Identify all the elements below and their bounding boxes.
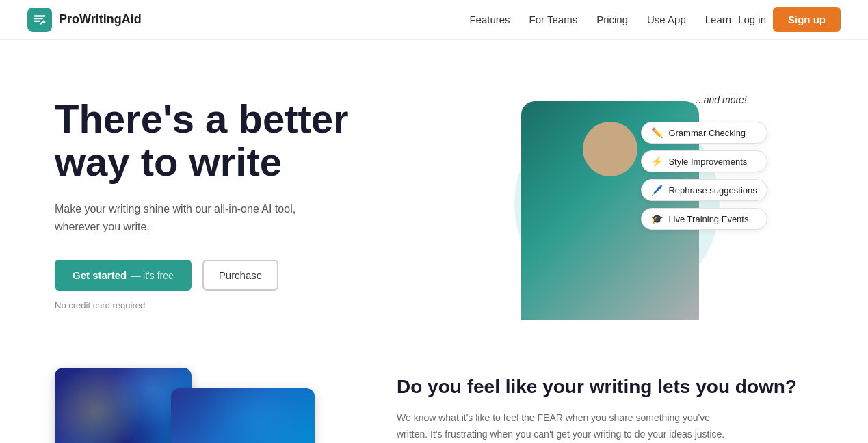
nav-links: Features For Teams Pricing Use App Learn [469, 14, 731, 26]
hero-subtitle: Make your writing shine with our all-in-… [55, 200, 342, 235]
hero-right: ...and more! ✦ ✏️ Grammar Checking ⚡ Sty… [434, 81, 814, 327]
bottom-left: My idea in my head [55, 368, 342, 443]
and-more-text: ...and more! [696, 94, 747, 105]
nav-use-app[interactable]: Use App [647, 14, 686, 25]
get-started-button[interactable]: Get started — it's free [55, 260, 192, 291]
bottom-body-text: We know what it's like to feel the FEAR … [397, 410, 725, 443]
pill-icon-2: 🖊️ [651, 185, 663, 196]
nav-pricing[interactable]: Pricing [596, 14, 628, 25]
bottom-right: Do you feel like your writing lets you d… [397, 368, 813, 443]
pill-icon-0: ✏️ [651, 127, 663, 138]
image-card-2: My idea in my head [171, 388, 315, 443]
pill-label-2: Rephrase suggestions [668, 185, 757, 196]
hero-buttons: Get started — it's free Purchase [55, 260, 434, 291]
pill-label-0: Grammar Checking [668, 128, 746, 138]
hero-left: There's a better way to write Make your … [55, 97, 434, 311]
feature-pill-2: 🖊️ Rephrase suggestions [641, 179, 767, 201]
no-credit-text: No credit card required [55, 300, 434, 310]
pill-icon-3: 🎓 [651, 213, 663, 224]
pill-icon-1: ⚡ [651, 156, 663, 167]
feature-pill-1: ⚡ Style Improvements [641, 150, 767, 172]
nav-for-teams[interactable]: For Teams [529, 14, 578, 25]
purchase-button[interactable]: Purchase [202, 260, 278, 291]
hero-title: There's a better way to write [55, 97, 434, 185]
logo-icon [27, 8, 52, 32]
bottom-heading: Do you feel like your writing lets you d… [397, 375, 813, 399]
hero-illustration: ...and more! ✦ ✏️ Grammar Checking ⚡ Sty… [480, 88, 767, 320]
login-button[interactable]: Log in [738, 14, 766, 25]
pill-label-3: Live Training Events [668, 214, 748, 224]
nav-features[interactable]: Features [469, 14, 510, 25]
feature-pill-0: ✏️ Grammar Checking [641, 122, 767, 144]
bottom-image-container: My idea in my head [55, 368, 315, 443]
feature-pills: ✏️ Grammar Checking ⚡ Style Improvements… [641, 122, 767, 230]
feature-pill-3: 🎓 Live Training Events [641, 208, 767, 230]
brand-name: ProWritingAid [59, 12, 142, 27]
bottom-section: My idea in my head Do you feel like your… [0, 354, 868, 443]
hero-section: There's a better way to write Make your … [0, 40, 868, 354]
nav-learn[interactable]: Learn [705, 14, 731, 25]
logo[interactable]: ProWritingAid [27, 8, 142, 32]
pill-label-1: Style Improvements [668, 157, 747, 167]
signup-button[interactable]: Sign up [773, 7, 841, 32]
person-face [583, 122, 637, 176]
navbar: ProWritingAid Features For Teams Pricing… [0, 0, 868, 40]
